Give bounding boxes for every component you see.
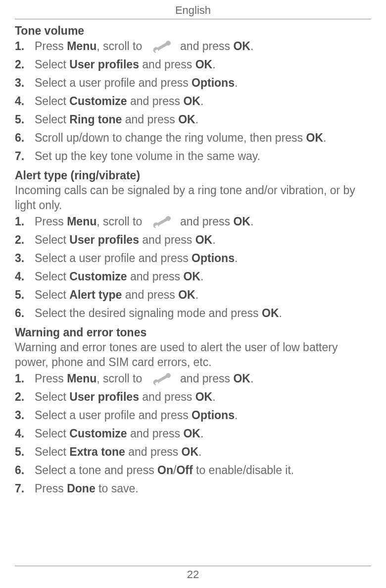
step-bold-text: OK	[262, 307, 279, 320]
step-item: Select User profiles and press OK.	[15, 232, 371, 248]
step-bold-text: OK	[306, 131, 324, 144]
step-item: Select a user profile and press Options.	[15, 75, 371, 91]
step-text: Select a user profile and press	[35, 76, 192, 89]
step-text: and press	[122, 113, 178, 126]
step-text: , scroll to	[96, 215, 145, 228]
step-bold-text: OK	[233, 372, 250, 385]
step-text: Select	[35, 288, 69, 301]
step-bold-text: Options	[192, 409, 235, 422]
step-text: Select	[35, 270, 69, 283]
step-item: Scroll up/down to change the ring volume…	[15, 130, 371, 146]
wrench-icon	[148, 40, 174, 54]
step-item: Select Customize and press OK.	[15, 426, 371, 441]
step-text: Scroll up/down to change the ring volume…	[35, 131, 306, 144]
step-text: .	[235, 76, 238, 89]
step-item: Press Menu, scroll to and press OK.	[15, 371, 371, 386]
step-bold-text: OK	[195, 390, 213, 403]
step-item: Select a user profile and press Options.	[15, 408, 371, 423]
section-title: Alert type (ring/vibrate)	[15, 169, 371, 182]
step-text: Select	[35, 390, 69, 403]
step-text: and press	[139, 390, 195, 403]
step-text: Select	[35, 113, 69, 126]
step-item: Select Ring tone and press OK.	[15, 112, 371, 127]
step-list: Press Menu, scroll to and press OK.Selec…	[15, 39, 371, 164]
step-text: Select a user profile and press	[35, 409, 192, 422]
step-bold-text: OK	[195, 233, 213, 246]
step-bold-text: Done	[67, 482, 96, 495]
step-text: and press	[139, 233, 195, 246]
step-text: .	[212, 233, 215, 246]
step-text: Select	[35, 445, 69, 458]
step-text: .	[212, 58, 215, 71]
step-text: to enable/disable it.	[193, 464, 294, 477]
wrench-icon	[148, 373, 174, 386]
step-list: Press Menu, scroll to and press OK.Selec…	[15, 214, 371, 321]
step-bold-text: Off	[176, 464, 193, 477]
step-bold-text: OK	[183, 95, 200, 107]
section: Warning and error tonesWarning and error…	[15, 326, 371, 496]
page-content: Tone volumePress Menu, scroll to and pre…	[15, 24, 371, 497]
step-text: .	[200, 270, 203, 283]
step-text: Set up the key tone volume in the same w…	[35, 150, 260, 162]
step-text: Select a user profile and press	[35, 252, 192, 265]
step-text: and press	[127, 270, 184, 283]
step-item: Press Menu, scroll to and press OK.	[15, 214, 371, 229]
step-bold-text: On	[157, 464, 173, 477]
step-bold-text: Customize	[69, 427, 127, 440]
step-text: Select	[35, 95, 69, 107]
step-text: .	[235, 252, 238, 265]
step-item: Select Customize and press OK.	[15, 94, 371, 109]
step-bold-text: User profiles	[69, 58, 139, 71]
step-text: .	[200, 95, 203, 107]
step-text: .	[235, 409, 238, 422]
step-bold-text: User profiles	[69, 390, 139, 403]
step-bold-text: Options	[192, 252, 235, 265]
step-text: Select	[35, 58, 69, 71]
step-item: Set up the key tone volume in the same w…	[15, 149, 371, 164]
step-bold-text: Menu	[67, 40, 96, 53]
step-text: and press	[177, 40, 234, 53]
step-text: and press	[127, 427, 184, 440]
step-text: Select a tone and press	[35, 464, 157, 477]
step-bold-text: OK	[183, 427, 200, 440]
section-title: Tone volume	[15, 24, 371, 38]
step-bold-text: OK	[178, 288, 195, 301]
section-title: Warning and error tones	[15, 326, 371, 339]
step-text: .	[323, 131, 326, 144]
step-text: and press	[125, 445, 182, 458]
step-bold-text: Menu	[67, 215, 96, 228]
page-number: 22	[187, 568, 199, 581]
step-text: Press	[35, 215, 67, 228]
section-intro: Incoming calls can be signaled by a ring…	[15, 183, 371, 213]
step-item: Select Alert type and press OK.	[15, 287, 371, 303]
step-item: Press Done to save.	[15, 481, 371, 496]
step-bold-text: OK	[233, 215, 250, 228]
section: Alert type (ring/vibrate)Incoming calls …	[15, 169, 371, 321]
step-item: Select User profiles and press OK.	[15, 57, 371, 72]
step-bold-text: Customize	[69, 95, 127, 107]
step-list: Press Menu, scroll to and press OK.Selec…	[15, 371, 371, 496]
step-bold-text: Alert type	[69, 288, 122, 301]
step-text: and press	[139, 58, 195, 71]
step-text: Select the desired signaling mode and pr…	[35, 307, 262, 320]
step-text: Select	[35, 233, 69, 246]
step-item: Select a user profile and press Options.	[15, 251, 371, 266]
step-text: and press	[122, 288, 178, 301]
step-bold-text: OK	[178, 113, 195, 126]
step-text: , scroll to	[96, 40, 145, 53]
step-text: and press	[177, 215, 234, 228]
step-text: Press	[35, 372, 67, 385]
step-text: and press	[177, 372, 234, 385]
step-bold-text: Menu	[67, 372, 96, 385]
page-footer: 22	[15, 566, 371, 581]
step-text: , scroll to	[96, 372, 145, 385]
page-header: English	[15, 4, 371, 19]
step-text: .	[200, 427, 203, 440]
step-text: .	[198, 445, 201, 458]
step-bold-text: OK	[195, 58, 213, 71]
step-item: Select User profiles and press OK.	[15, 389, 371, 405]
step-text: and press	[127, 95, 184, 107]
step-bold-text: OK	[182, 445, 199, 458]
step-text: Select	[35, 427, 69, 440]
step-text: .	[250, 40, 253, 53]
